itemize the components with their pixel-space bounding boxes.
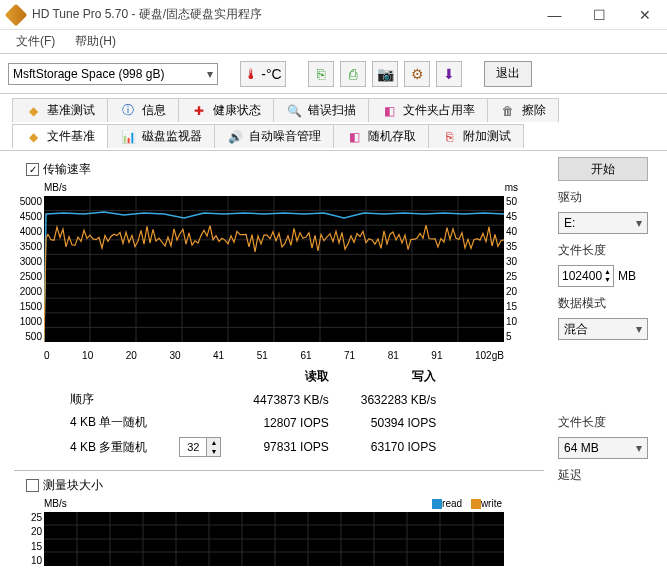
camera-icon: 📷 xyxy=(377,66,394,82)
queue-depth-input[interactable] xyxy=(180,440,206,454)
chart-unit-left: MB/s xyxy=(44,182,67,193)
sound-icon: 🔊 xyxy=(227,129,243,145)
tab-extra-tests[interactable]: ⎘附加测试 xyxy=(428,124,524,148)
transfer-rate-check-row: ✓ 传输速率 xyxy=(26,161,544,178)
drive-select[interactable]: MsftStorage Space (998 gB) xyxy=(8,63,218,85)
blocksize-select[interactable]: 64 MB xyxy=(558,437,648,459)
chevron-down-icon xyxy=(636,322,642,336)
chart2-yaxis: 25201510 xyxy=(14,512,42,566)
gear-icon: ⚙ xyxy=(411,66,424,82)
block-size-check-row: 测量块大小 xyxy=(26,477,544,494)
tab-erase[interactable]: 🗑擦除 xyxy=(487,98,559,122)
block-size-chart: MB/s read write 25201510 xyxy=(14,496,524,566)
save-button[interactable]: ⬇ xyxy=(436,61,462,87)
temperature-value: -°C xyxy=(261,66,281,82)
erase-icon: 🗑 xyxy=(500,103,516,119)
health-icon: ✚ xyxy=(191,103,207,119)
table-row: 4 KB 单一随机 12807 IOPS 50394 IOPS xyxy=(54,411,452,434)
monitor-icon: 📊 xyxy=(120,129,136,145)
filelen-value[interactable]: 102400▲▼ xyxy=(558,265,614,287)
tab-aam[interactable]: 🔊自动噪音管理 xyxy=(214,124,334,148)
y-axis-right: 5045403530252015105 xyxy=(506,196,524,342)
menu-file[interactable]: 文件(F) xyxy=(6,33,65,50)
tab-folder-usage[interactable]: ◧文件夹占用率 xyxy=(368,98,488,122)
filelen-label: 文件长度 xyxy=(558,242,653,259)
divider xyxy=(14,470,544,471)
mode-select[interactable]: 混合 xyxy=(558,318,648,340)
table-row: 顺序 4473873 KB/s 3632283 KB/s xyxy=(54,388,452,411)
tab-benchmark[interactable]: ◆基准测试 xyxy=(12,98,108,122)
tab-label: 健康状态 xyxy=(213,102,261,119)
x-axis: 0102030415161718191102gB xyxy=(14,350,524,361)
tab-disk-monitor[interactable]: 📊磁盘监视器 xyxy=(107,124,215,148)
tab-label: 随机存取 xyxy=(368,128,416,145)
y-axis-left: 500045004000350030002500200015001000500 xyxy=(14,196,42,342)
main-column: ✓ 传输速率 MB/s ms 5000450040003500300025002… xyxy=(14,157,544,566)
transfer-rate-label: 传输速率 xyxy=(43,161,91,178)
results-table: 读取 写入 顺序 4473873 KB/s 3632283 KB/s 4 KB … xyxy=(54,365,544,460)
table-row: 4 KB 多重随机 ▲▼ 97831 IOPS 63170 IOPS xyxy=(54,434,452,460)
delay-label: 延迟 xyxy=(558,467,653,484)
tab-file-benchmark[interactable]: ◆文件基准 xyxy=(12,124,108,148)
random-icon: ◧ xyxy=(346,129,362,145)
tab-label: 错误扫描 xyxy=(308,102,356,119)
chart-unit-right: ms xyxy=(505,182,518,193)
chevron-down-icon xyxy=(207,67,213,81)
screenshot-button[interactable]: 📷 xyxy=(372,61,398,87)
benchmark-icon: ◆ xyxy=(25,103,41,119)
window-title: HD Tune Pro 5.70 - 硬盘/固态硬盘实用程序 xyxy=(32,6,532,23)
chart-plot-area xyxy=(44,196,504,342)
tab-row-1: ◆基准测试 ⓘ信息 ✚健康状态 🔍错误扫描 ◧文件夹占用率 🗑擦除 xyxy=(0,94,667,124)
start-button[interactable]: 开始 xyxy=(558,157,648,181)
maximize-button[interactable]: ☐ xyxy=(577,0,622,30)
drive-select-value: MsftStorage Space (998 gB) xyxy=(13,67,164,81)
download-icon: ⬇ xyxy=(443,66,455,82)
transfer-rate-checkbox[interactable]: ✓ xyxy=(26,163,39,176)
chart2-legend: read write xyxy=(426,498,502,509)
filelen-unit: MB xyxy=(618,269,636,283)
blocksize-2-label: 文件长度 xyxy=(558,414,653,431)
tab-label: 擦除 xyxy=(522,102,546,119)
chart2-unit: MB/s xyxy=(44,498,67,509)
tab-info[interactable]: ⓘ信息 xyxy=(107,98,179,122)
transfer-rate-chart: MB/s ms 50004500400035003000250020001500… xyxy=(14,180,524,350)
paste-button[interactable]: ⎙ xyxy=(340,61,366,87)
paste-icon: ⎙ xyxy=(349,66,357,82)
close-button[interactable]: ✕ xyxy=(622,0,667,30)
mode-label: 数据模式 xyxy=(558,295,653,312)
tab-label: 基准测试 xyxy=(47,102,95,119)
block-size-label: 测量块大小 xyxy=(43,477,103,494)
minimize-button[interactable]: — xyxy=(532,0,577,30)
spin-up[interactable]: ▲ xyxy=(207,438,220,447)
file-icon: ◆ xyxy=(25,129,41,145)
exit-button[interactable]: 退出 xyxy=(484,61,532,87)
toolbar: MsftStorage Space (998 gB) 🌡 -°C ⎘ ⎙ 📷 ⚙… xyxy=(0,54,667,94)
block-size-checkbox[interactable] xyxy=(26,479,39,492)
legend-swatch-write xyxy=(471,499,481,509)
spin-down[interactable]: ▼ xyxy=(207,447,220,456)
folder-icon: ◧ xyxy=(381,103,397,119)
tab-label: 附加测试 xyxy=(463,128,511,145)
app-icon xyxy=(5,3,28,26)
col-write: 写入 xyxy=(345,365,452,388)
tab-row-2: ◆文件基准 📊磁盘监视器 🔊自动噪音管理 ◧随机存取 ⎘附加测试 xyxy=(0,124,667,150)
chart2-plot-area xyxy=(44,512,504,566)
queue-depth-spin[interactable]: ▲▼ xyxy=(179,437,221,457)
settings-button[interactable]: ⚙ xyxy=(404,61,430,87)
drive-letter-select[interactable]: E: xyxy=(558,212,648,234)
tab-random-access[interactable]: ◧随机存取 xyxy=(333,124,429,148)
content-area: ✓ 传输速率 MB/s ms 5000450040003500300025002… xyxy=(0,150,667,570)
menu-help[interactable]: 帮助(H) xyxy=(65,33,126,50)
tab-label: 自动噪音管理 xyxy=(249,128,321,145)
copy-icon: ⎘ xyxy=(317,66,325,82)
filelen-row: 102400▲▼ MB xyxy=(558,265,653,287)
tab-label: 磁盘监视器 xyxy=(142,128,202,145)
scan-icon: 🔍 xyxy=(286,103,302,119)
tab-health[interactable]: ✚健康状态 xyxy=(178,98,274,122)
copy-button[interactable]: ⎘ xyxy=(308,61,334,87)
menubar: 文件(F) 帮助(H) xyxy=(0,30,667,54)
extra-icon: ⎘ xyxy=(441,129,457,145)
tab-error-scan[interactable]: 🔍错误扫描 xyxy=(273,98,369,122)
legend-swatch-read xyxy=(432,499,442,509)
chevron-down-icon xyxy=(636,441,642,455)
